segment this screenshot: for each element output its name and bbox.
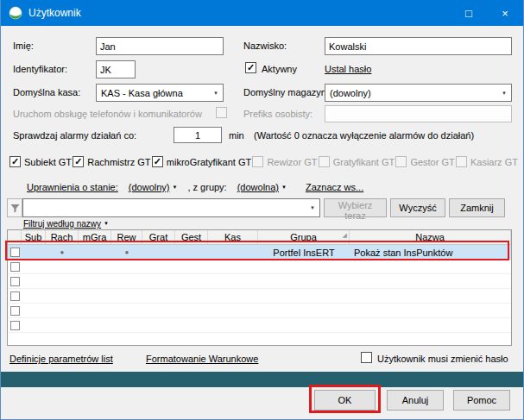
row-checkbox[interactable] <box>10 321 20 330</box>
table-row-selected[interactable]: ● ● Portfel InsERT Pokaż stan InsPunktów <box>8 245 511 260</box>
formatowanie-warunkowe-link[interactable]: Formatowanie Warunkowe <box>146 354 258 364</box>
permissions-row: Uprawnienia o stanie: (dowolny)▼ , z gru… <box>27 182 363 192</box>
domyslny-magazyn-label: Domyślny magazyn: <box>243 87 329 97</box>
prefiks-label: Prefiks osobisty: <box>243 109 313 119</box>
wybierz-teraz-button[interactable]: Wybierz teraz <box>324 198 387 217</box>
module-checkbox[interactable]: ✓ <box>152 156 163 167</box>
grupa-dropdown[interactable]: (dowolna)▼ <box>237 182 287 192</box>
module-label: Gratyfikant GT <box>333 157 395 167</box>
cell-gest <box>175 245 208 260</box>
column-header-kas[interactable]: Kas <box>208 230 258 245</box>
anuluj-button[interactable]: Anuluj <box>387 390 444 411</box>
module-label: Gestor GT <box>410 157 454 167</box>
uzytkownik-dialog: Użytkownik □ × Imię: Nazwisko: Identyfik… <box>0 0 524 420</box>
zmien-haslo-checkbox[interactable] <box>361 352 372 363</box>
identyfikator-label: Identyfikator: <box>13 64 67 74</box>
filtruj-label: Filtruj według nazwy <box>23 219 101 229</box>
definicje-parametrow-link[interactable]: Definicje parametrów list <box>9 354 113 364</box>
module-rachmistrz[interactable]: ✓ Rachmistrz GT <box>73 156 150 167</box>
modules-row: ✓ Subiekt GT ✓ Rachmistrz GT ✓ mikroGrat… <box>9 156 518 167</box>
chevron-down-icon[interactable]: ▼ <box>310 205 315 210</box>
module-checkbox[interactable] <box>395 156 407 167</box>
column-header-mgra[interactable]: mGra <box>79 230 111 245</box>
wyczysc-button[interactable]: Wyczyść <box>390 198 445 217</box>
filter-combobox[interactable]: ▼ <box>22 198 320 217</box>
alarmy-input[interactable] <box>174 127 222 143</box>
prefiks-input[interactable] <box>325 105 512 122</box>
identyfikator-input[interactable] <box>96 60 136 78</box>
module-subiekt[interactable]: ✓ Subiekt GT <box>9 156 72 167</box>
module-label: Rewizor GT <box>267 157 317 167</box>
filter-button[interactable] <box>7 198 22 217</box>
table-row[interactable] <box>8 274 511 289</box>
column-header-sub[interactable]: Sub <box>22 230 46 245</box>
module-gestor[interactable]: Gestor GT <box>395 156 454 167</box>
column-header-grupa[interactable]: Grupa ◢ <box>258 230 350 245</box>
aktywny-label: Aktywny <box>262 64 297 74</box>
column-header-rew[interactable]: Rew <box>111 230 142 245</box>
module-checkbox[interactable]: ✓ <box>9 156 21 167</box>
funnel-icon <box>10 204 20 213</box>
module-label: Subiekt GT <box>24 157 72 167</box>
module-checkbox[interactable] <box>319 156 330 167</box>
row-checkbox[interactable] <box>10 277 20 286</box>
table-row[interactable] <box>8 260 511 274</box>
module-checkbox[interactable]: ✓ <box>73 156 84 167</box>
domyslny-magazyn-select[interactable]: (dowolny) ▼ <box>325 84 512 102</box>
aktywny-checkbox[interactable]: ✓ <box>245 62 256 73</box>
row-checkbox[interactable] <box>10 262 20 272</box>
uprawnienia-o-stanie-link[interactable]: Uprawnienia o stanie: <box>27 182 118 192</box>
column-header-nazwa[interactable]: Nazwa <box>350 230 511 245</box>
z-grupy-label: , z grupy: <box>187 182 226 192</box>
zamknij-button[interactable]: Zamknij <box>449 198 505 217</box>
imie-input[interactable] <box>96 37 224 55</box>
nazwisko-label: Nazwisko: <box>243 41 287 51</box>
column-header-gest[interactable]: Gest <box>175 230 208 245</box>
row-checkbox[interactable] <box>10 248 20 257</box>
nazwisko-input[interactable] <box>325 37 512 55</box>
telefony-checkbox[interactable] <box>216 107 227 118</box>
grupa-value: (dowolna) <box>237 182 279 192</box>
zaznacz-link[interactable]: Zaznacz ws... <box>306 182 363 192</box>
filtruj-wedlug-nazwy-link[interactable]: Filtruj według nazwy▼ <box>23 219 109 229</box>
ustal-haslo-link[interactable]: Ustal hasło <box>325 64 371 74</box>
app-icon <box>9 6 22 20</box>
imie-label: Imię: <box>13 41 34 51</box>
domyslna-kasa-label: Domyślna kasa: <box>13 87 80 97</box>
alarmy-label: Sprawdzaj alarmy działań co: <box>13 130 136 141</box>
cell-kas <box>208 245 258 260</box>
sort-icon: ◢ <box>343 232 347 239</box>
close-button[interactable]: × <box>487 0 523 26</box>
column-header-rach[interactable]: Rach <box>46 230 79 245</box>
row-checkbox[interactable] <box>10 291 20 301</box>
cell-rach: ● <box>46 245 79 260</box>
cell-rew: ● <box>111 245 142 260</box>
module-checkbox[interactable] <box>456 156 467 167</box>
column-header-grat[interactable]: Grat <box>142 230 175 245</box>
pomoc-button[interactable]: Pomoc <box>453 390 510 411</box>
window-title: Użytkownik <box>28 7 451 19</box>
module-checkbox[interactable] <box>252 156 263 167</box>
table-row[interactable] <box>8 304 511 318</box>
module-label: mikroGratyfikant GT <box>167 157 251 167</box>
stan-dropdown[interactable]: (dowolny)▼ <box>129 182 178 192</box>
module-gratyfikant[interactable]: Gratyfikant GT <box>319 156 395 167</box>
chevron-down-icon: ▼ <box>104 221 109 226</box>
cell-mgra <box>79 245 111 260</box>
ok-button[interactable]: OK <box>314 390 376 411</box>
table-row[interactable] <box>8 289 511 304</box>
chevron-down-icon[interactable]: ▼ <box>502 91 507 96</box>
chevron-down-icon: ▼ <box>172 185 177 190</box>
maximize-button[interactable]: □ <box>451 0 487 26</box>
module-kasiarz[interactable]: Kasiarz GT <box>456 156 518 167</box>
column-header-checkbox[interactable] <box>8 230 22 245</box>
row-checkbox[interactable] <box>10 306 20 316</box>
module-mikrogratyfikant[interactable]: ✓ mikroGratyfikant GT <box>152 156 251 167</box>
module-rewizor[interactable]: Rewizor GT <box>252 156 317 167</box>
telefony-label: Uruchom obsługę telefonów i komunikatoró… <box>13 109 202 119</box>
domyslna-kasa-select[interactable]: KAS - Kasa główna ▼ <box>96 84 224 102</box>
titlebar: Użytkownik □ × <box>1 0 523 26</box>
alarmy-unit: min <box>229 130 244 141</box>
chevron-down-icon[interactable]: ▼ <box>213 91 218 96</box>
table-row[interactable] <box>8 318 511 333</box>
